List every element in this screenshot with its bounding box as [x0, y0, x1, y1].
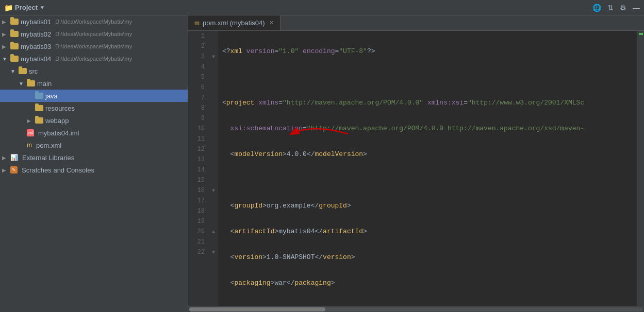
- folder-icon: [35, 116, 43, 125]
- browse-icon[interactable]: 🌐: [592, 4, 601, 12]
- line-num-17: 17: [192, 196, 205, 206]
- code-line-3: <project xmlns="http://maven.apache.org/…: [222, 98, 637, 108]
- chevron-icon: ▶: [2, 19, 8, 25]
- chevron-icon: ▶: [2, 44, 8, 49]
- tab-pom-xml[interactable]: m pom.xml (mybatis04) ✕: [188, 15, 280, 30]
- line-num-4: 4: [192, 62, 205, 72]
- line-num-8: 8: [192, 103, 205, 113]
- item-label: Scratches and Consoles: [22, 166, 94, 174]
- sidebar-item-scratches-consoles[interactable]: ▶ ✎ Scratches and Consoles: [0, 164, 188, 176]
- sidebar-item-mybatis04[interactable]: ▼ mybatis04 D:\IdeaWorkspace\Mybatis\my: [0, 53, 188, 65]
- item-label: mybatis04: [21, 55, 51, 63]
- dropdown-icon[interactable]: ▼: [40, 5, 45, 10]
- code-line-7: <groupId>org.example</groupId>: [222, 201, 637, 211]
- folder-icon: [10, 55, 19, 63]
- code-line-1: <?xml version="1.0" encoding="UTF-8"?>: [222, 46, 637, 57]
- code-editor-container: 1 2 3 4 5 6 7 8 9 10 11 12 13 14 15 16 1: [188, 31, 644, 306]
- line-num-22: 22: [192, 247, 205, 257]
- project-title[interactable]: 📁 Project ▼: [4, 4, 45, 12]
- item-path: D:\IdeaWorkspace\Mybatis\my: [55, 56, 132, 62]
- sidebar-item-resources[interactable]: resources: [0, 102, 188, 114]
- horizontal-scrollbar[interactable]: [188, 306, 644, 312]
- line-num-15: 15: [192, 175, 205, 185]
- minimize-icon[interactable]: —: [633, 4, 640, 12]
- sidebar-item-external-libraries[interactable]: ▶ 📊 External Libraries: [0, 151, 188, 164]
- folder-icon: [10, 42, 19, 50]
- code-editor[interactable]: 1 2 3 4 5 6 7 8 9 10 11 12 13 14 15 16 1: [188, 31, 644, 306]
- chevron-icon: ▼: [10, 68, 16, 74]
- item-path: D:\IdeaWorkspace\Mybatis\my: [55, 43, 132, 49]
- sidebar-item-mybatis01[interactable]: ▶ mybatis01 D:\IdeaWorkspace\Mybatis\my: [0, 15, 188, 28]
- project-label: Project: [15, 4, 38, 11]
- code-line-5: <modelVersion>4.0.0</modelVersion>: [222, 149, 637, 160]
- line-num-1: 1: [192, 31, 205, 41]
- title-bar-actions: 🌐 ⇅ ⚙ —: [592, 4, 640, 12]
- item-label: webapp: [45, 117, 69, 125]
- folder-icon: [35, 104, 43, 112]
- line-num-9: 9: [192, 113, 205, 124]
- line-num-6: 6: [192, 82, 205, 93]
- folder-blue-icon: [35, 92, 43, 100]
- chevron-icon: ▼: [19, 81, 25, 86]
- code-line-8: <artifactId>mybatis04</artifactId>: [222, 227, 637, 237]
- line-num-2: 2: [192, 41, 205, 51]
- line-numbers: 1 2 3 4 5 6 7 8 9 10 11 12 13 14 15 16 1: [188, 31, 209, 306]
- code-line-2: [222, 72, 637, 82]
- line-num-16: 16: [192, 185, 205, 196]
- line-num-11: 11: [192, 134, 205, 144]
- sidebar-item-mybatis02[interactable]: ▶ mybatis02 D:\IdeaWorkspace\Mybatis\my: [0, 28, 188, 40]
- folder-icon: [19, 67, 27, 75]
- sidebar-item-mybatis04-iml[interactable]: iml mybatis04.iml: [0, 127, 188, 139]
- sidebar-item-webapp[interactable]: ▶ webapp: [0, 114, 188, 127]
- item-label: resources: [45, 105, 75, 112]
- right-gutter: [637, 31, 644, 306]
- fold-gutter: ▼ ▼ ▲: [209, 31, 218, 306]
- code-line-10: <packaging>war</packaging>: [222, 278, 637, 288]
- adjust-icon[interactable]: ⇅: [607, 4, 614, 12]
- sidebar-item-pom-xml[interactable]: m pom.xml: [0, 139, 188, 151]
- scratches-icon: ✎: [10, 166, 18, 174]
- line-num-19: 19: [192, 216, 205, 227]
- folder-icon: [27, 79, 35, 88]
- line-num-18: 18: [192, 206, 205, 216]
- item-label: pom.xml: [36, 142, 61, 149]
- code-line-9: <version>1.0-SNAPSHOT</version>: [222, 252, 637, 263]
- sidebar-item-src[interactable]: ▼ src: [0, 65, 188, 77]
- line-num-10: 10: [192, 124, 205, 134]
- item-label: java: [45, 92, 58, 100]
- settings-icon[interactable]: ⚙: [620, 4, 626, 12]
- code-line-6: [222, 175, 637, 185]
- line-num-14: 14: [192, 165, 205, 175]
- pom-tab-icon: m: [194, 20, 200, 27]
- editor-area: m pom.xml (mybatis04) ✕ 1 2 3 4 5 6 7 8 …: [188, 15, 644, 312]
- chevron-icon: ▶: [27, 118, 33, 124]
- pom-file-icon: m: [27, 142, 32, 149]
- code-content[interactable]: <?xml version="1.0" encoding="UTF-8"?> <…: [218, 31, 637, 306]
- error-marker: [639, 33, 643, 35]
- folder-icon: 📁: [4, 4, 13, 12]
- main-layout: ▶ mybatis01 D:\IdeaWorkspace\Mybatis\my …: [0, 15, 644, 312]
- folder-icon: [10, 30, 19, 38]
- iml-file-icon: iml: [27, 129, 34, 136]
- tab-bar: m pom.xml (mybatis04) ✕: [188, 15, 644, 31]
- sidebar-item-java[interactable]: java: [0, 90, 188, 102]
- project-sidebar: ▶ mybatis01 D:\IdeaWorkspace\Mybatis\my …: [0, 15, 188, 312]
- line-num-12: 12: [192, 144, 205, 154]
- tab-close-button[interactable]: ✕: [269, 20, 274, 26]
- scrollbar-thumb[interactable]: [189, 307, 325, 311]
- item-path: D:\IdeaWorkspace\Mybatis\my: [55, 31, 132, 37]
- sidebar-item-mybatis03[interactable]: ▶ mybatis03 D:\IdeaWorkspace\Mybatis\my: [0, 40, 188, 53]
- bar-chart-icon: 📊: [10, 154, 18, 161]
- line-num-7: 7: [192, 93, 205, 103]
- scrollbar-track[interactable]: [189, 307, 643, 311]
- item-label: mybatis02: [21, 30, 51, 38]
- chevron-icon: ▶: [2, 31, 8, 37]
- line-num-5: 5: [192, 72, 205, 82]
- code-line-11: [222, 304, 637, 306]
- chevron-icon: ▼: [2, 56, 8, 62]
- sidebar-item-main[interactable]: ▼ main: [0, 77, 188, 90]
- item-label: External Libraries: [22, 154, 74, 162]
- item-label: mybatis01: [21, 18, 51, 26]
- line-num-21: 21: [192, 237, 205, 247]
- item-path: D:\IdeaWorkspace\Mybatis\my: [55, 19, 132, 25]
